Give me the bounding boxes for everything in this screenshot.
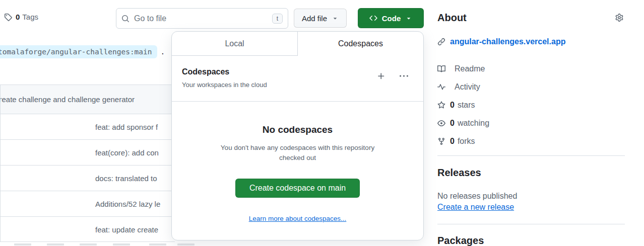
keyboard-shortcut-badge: t [272, 14, 283, 24]
tags-label: Tags [22, 13, 38, 21]
kebab-menu-button[interactable] [400, 72, 408, 80]
book-icon [437, 65, 445, 73]
pulse-icon [437, 83, 445, 91]
codespaces-title: Codespaces [182, 66, 267, 78]
stars-link[interactable]: 0 stars [437, 96, 489, 114]
packages-heading[interactable]: Packages [437, 235, 484, 246]
new-codespace-plus-button[interactable] [377, 72, 385, 80]
tab-local[interactable]: Local [172, 32, 297, 56]
empty-state-title: No codespaces [172, 124, 423, 135]
tab-codespaces[interactable]: Codespaces [297, 32, 423, 56]
add-file-label: Add file [302, 14, 327, 23]
latest-commit-row[interactable]: create challenge and challenge generator [1, 85, 175, 114]
table-row[interactable]: feat(core): add con [1, 139, 175, 165]
sidebar-divider [437, 155, 625, 156]
codespaces-subtitle: Your workspaces in the cloud [182, 80, 267, 90]
tags-count: 0 [16, 13, 20, 21]
tag-icon [4, 13, 12, 21]
empty-state-description: You don't have any codespaces with this … [220, 143, 376, 162]
codespaces-header: Codespaces Your workspaces in the cloud [172, 56, 423, 102]
sidebar-divider [437, 224, 625, 224]
fork-icon [437, 137, 445, 145]
repo-meta-list: Readme Activity 0 stars 0 watching [437, 60, 489, 150]
readme-link[interactable]: Readme [437, 60, 489, 78]
code-highlight: tomalaforge/angular-challenges:main [0, 45, 157, 58]
code-dropdown-tabs: Local Codespaces [172, 32, 423, 56]
search-placeholder: Go to file [134, 14, 268, 23]
table-row[interactable]: feat: update create [1, 216, 175, 242]
star-icon [437, 101, 445, 109]
github-repo-page: 0 Tags Go to file t Add file Code tomala… [0, 0, 644, 246]
commit-message[interactable]: feat: add sponsor f [95, 123, 158, 131]
commit-message[interactable]: create challenge and challenge generator [1, 95, 135, 104]
forks-link[interactable]: 0 forks [437, 132, 489, 150]
commit-message[interactable]: feat(core): add con [95, 148, 159, 157]
about-heading: About [437, 12, 467, 24]
partial-row-fragment [0, 243, 197, 246]
create-codespace-button[interactable]: Create codespace on main [235, 179, 360, 198]
eye-icon [437, 119, 445, 127]
table-row[interactable]: docs: translated to [1, 165, 175, 191]
tags-summary[interactable]: 0 Tags [4, 13, 38, 21]
search-icon [121, 15, 130, 23]
commit-message[interactable]: Additions/52 lazy le [95, 200, 160, 208]
learn-more-link[interactable]: Learn more about codespaces... [249, 215, 347, 222]
file-list: create challenge and challenge generator… [0, 85, 175, 242]
add-file-button[interactable]: Add file [294, 9, 347, 28]
code-button-label: Code [382, 14, 401, 23]
chevron-down-icon [332, 15, 339, 22]
commit-message[interactable]: feat: update create [95, 225, 158, 234]
code-icon [369, 14, 377, 22]
code-dropdown-panel: Local Codespaces Codespaces Your workspa… [171, 31, 424, 240]
no-releases-text: No releases published [437, 192, 517, 201]
table-border [0, 241, 175, 242]
watching-link[interactable]: 0 watching [437, 114, 489, 132]
codespaces-empty-state: No codespaces You don't have any codespa… [172, 124, 423, 223]
clone-command-snippet: tomalaforge/angular-challenges:main . [0, 45, 165, 58]
activity-link[interactable]: Activity [437, 78, 489, 96]
commit-message[interactable]: docs: translated to [95, 174, 157, 183]
releases-heading[interactable]: Releases [437, 167, 481, 179]
gear-icon[interactable] [615, 14, 623, 22]
repo-website-row: angular-challenges.vercel.app [437, 37, 565, 46]
link-icon [437, 38, 445, 46]
website-link[interactable]: angular-challenges.vercel.app [450, 37, 565, 46]
table-row[interactable]: Additions/52 lazy le [1, 191, 175, 216]
table-row[interactable]: feat: add sponsor f [1, 114, 175, 139]
chevron-down-icon [405, 15, 412, 22]
code-button[interactable]: Code [358, 8, 424, 28]
go-to-file-input[interactable]: Go to file t [116, 8, 288, 29]
create-release-link[interactable]: Create a new release [437, 203, 514, 212]
